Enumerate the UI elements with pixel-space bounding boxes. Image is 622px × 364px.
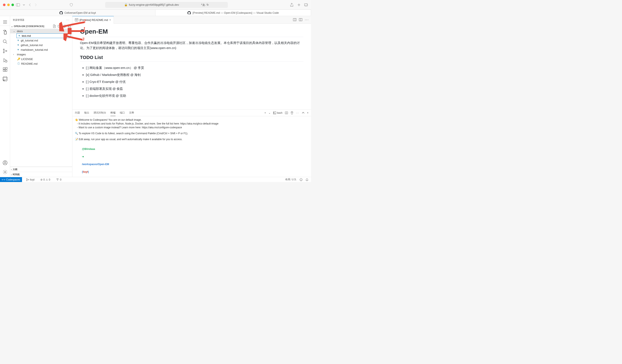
- svg-point-25: [57, 180, 58, 180]
- open-changes-icon[interactable]: [293, 18, 296, 22]
- tree-folder-docs[interactable]: ⌄ docs: [10, 29, 72, 33]
- editor-tab-bar: [Preview] README.md × ···: [72, 16, 311, 24]
- url-bar[interactable]: 🔒 fuzzy-engine-pjrrr6459pg6f5j7.github.d…: [105, 2, 228, 8]
- panel-tab-debug[interactable]: 调试控制台: [94, 110, 106, 116]
- run-debug-icon[interactable]: [2, 57, 8, 63]
- more-icon[interactable]: ···: [66, 18, 70, 21]
- svg-rect-20: [273, 112, 276, 114]
- maximize-panel-icon[interactable]: [302, 112, 304, 114]
- refresh-icon[interactable]: [63, 24, 66, 28]
- file-tree: ⌄ docs ▼ ▼ git_tutorial.md ▼ github_tuto…: [10, 29, 72, 166]
- tree-file-license[interactable]: 🔑 LICENSE: [10, 57, 72, 61]
- github-icon: [187, 11, 191, 15]
- editor-content: Open-EM Open-EM项目希望构建开放透明、尊重包容、合作共赢的冷冻电镜…: [72, 24, 311, 109]
- feedback-icon[interactable]: [300, 178, 303, 181]
- github-icon[interactable]: [2, 76, 8, 82]
- svg-point-4: [3, 40, 6, 43]
- chevron-down-icon[interactable]: ⌄: [269, 111, 271, 114]
- forward-button[interactable]: [34, 3, 38, 7]
- more-icon[interactable]: ···: [296, 111, 299, 114]
- terminal-output[interactable]: 👋 Welcome to Codespaces! You are on our …: [72, 116, 311, 177]
- panel-tab-problems[interactable]: 问题: [75, 110, 80, 116]
- bash-shell-indicator[interactable]: bash: [273, 111, 282, 114]
- bell-icon[interactable]: [306, 178, 309, 181]
- close-tab-icon[interactable]: ×: [109, 18, 111, 21]
- svg-rect-10: [3, 70, 5, 72]
- tree-file[interactable]: ▼ git_tutorial.md: [10, 38, 72, 43]
- browser-tab-1[interactable]: Cellverse/Open-EM at liuyt: [0, 10, 156, 16]
- tree-file[interactable]: ▼ github_tutorial.md: [10, 43, 72, 47]
- status-branch[interactable]: liuyt: [24, 177, 36, 182]
- chevron-down-icon: ⌄: [13, 30, 16, 33]
- tree-file[interactable]: ▼ markdown_tutorial.md: [10, 47, 72, 52]
- sidebar-toggle-icon[interactable]: [16, 3, 20, 7]
- port-count: 0: [60, 178, 61, 181]
- panel-tab-terminal[interactable]: 终端: [110, 110, 116, 116]
- minimize-window-button[interactable]: [7, 4, 10, 6]
- new-file-input[interactable]: [22, 34, 70, 37]
- explorer-section-header[interactable]: ⌄ OPEN-EM [CODESPACES]: [10, 24, 72, 29]
- status-ports[interactable]: 0: [54, 177, 63, 182]
- tree-file-readme[interactable]: ⓘ README.md: [10, 61, 72, 66]
- shield-icon[interactable]: [69, 3, 73, 7]
- terminal-prompt: @Blindaaa ➜ /workspaces/Open-EM (liuyt) …: [75, 143, 309, 177]
- annotation-label-1: 1: [83, 26, 85, 31]
- status-layout[interactable]: 布局: U.S.: [285, 178, 297, 181]
- panel-tab-output[interactable]: 输出: [84, 110, 89, 116]
- share-icon[interactable]: [290, 3, 294, 7]
- source-control-icon[interactable]: [2, 48, 8, 54]
- back-button[interactable]: [28, 3, 32, 7]
- close-panel-icon[interactable]: ×: [307, 111, 309, 114]
- split-terminal-icon[interactable]: [285, 111, 288, 114]
- split-editor-icon[interactable]: [299, 18, 302, 22]
- chevron-right-icon: ›: [11, 173, 12, 176]
- panel-tab-ports[interactable]: 端口: [120, 110, 125, 116]
- warning-icon: ⚠: [46, 178, 48, 181]
- status-codespaces[interactable]: ⟷ Codespaces: [0, 177, 22, 182]
- markdown-file-icon: ▼: [17, 39, 20, 42]
- trash-icon[interactable]: [291, 111, 293, 114]
- reload-icon[interactable]: ↻: [207, 3, 209, 6]
- svg-point-26: [300, 178, 302, 181]
- file-label: README.md: [21, 62, 38, 65]
- menu-icon[interactable]: [0, 18, 10, 26]
- chevron-down-icon[interactable]: [22, 3, 26, 7]
- markdown-preview[interactable]: Open-EM Open-EM项目希望构建开放透明、尊重包容、合作共赢的冷冻电镜…: [72, 24, 311, 109]
- timeline-section[interactable]: › 时间线: [10, 172, 72, 177]
- preview-h2: TODO List: [80, 55, 303, 62]
- new-file-icon[interactable]: [53, 24, 56, 28]
- status-problems[interactable]: ⊘ 0 ⚠ 0: [39, 177, 52, 182]
- collapse-all-icon[interactable]: [68, 24, 71, 28]
- status-bar: ⟷ Codespaces liuyt ⊘ 0 ⚠ 0 0 布局: U.S.: [0, 177, 311, 182]
- editor-tab-preview-readme[interactable]: [Preview] README.md ×: [72, 16, 114, 24]
- gear-icon[interactable]: [2, 169, 8, 175]
- account-icon[interactable]: [2, 160, 8, 165]
- browser-tab-2[interactable]: [Preview] README.md — Open-EM [Codespace…: [156, 10, 311, 16]
- more-icon[interactable]: ···: [305, 18, 309, 22]
- license-file-icon: 🔑: [17, 57, 20, 61]
- panel-tab-comments[interactable]: 注释: [129, 110, 134, 116]
- warning-count: 0: [49, 178, 50, 181]
- reader-icon[interactable]: ᴬあ: [201, 3, 205, 7]
- browser-tab-2-label: [Preview] README.md — Open-EM [Codespace…: [193, 11, 279, 14]
- new-tab-icon[interactable]: [297, 3, 301, 7]
- svg-point-5: [3, 49, 4, 50]
- maximize-window-button[interactable]: [11, 4, 14, 6]
- tabs-overview-icon[interactable]: [304, 3, 308, 7]
- new-terminal-icon[interactable]: +: [264, 111, 266, 114]
- new-folder-icon[interactable]: [58, 24, 61, 28]
- close-window-button[interactable]: [3, 4, 5, 6]
- search-icon[interactable]: [2, 39, 8, 44]
- list-item: [x] Github / Markdown使用教程 @ 海钊: [86, 71, 303, 78]
- explorer-icon[interactable]: [2, 30, 8, 35]
- extensions-icon[interactable]: [2, 67, 8, 72]
- workspace-title: OPEN-EM [CODESPACES]: [14, 25, 44, 27]
- browser-toolbar: 🔒 fuzzy-engine-pjrrr6459pg6f5j7.github.d…: [0, 0, 311, 10]
- github-icon: [59, 11, 63, 15]
- tree-folder-images[interactable]: › images: [10, 52, 72, 57]
- outline-section[interactable]: › 大纲: [10, 167, 72, 172]
- window-controls: [3, 4, 14, 6]
- terminal-line: 🔍 To explore VS Code to its fullest, sea…: [75, 131, 309, 135]
- browser-tab-1-label: Cellverse/Open-EM at liuyt: [64, 11, 96, 14]
- remote-icon: ⟷: [2, 178, 5, 181]
